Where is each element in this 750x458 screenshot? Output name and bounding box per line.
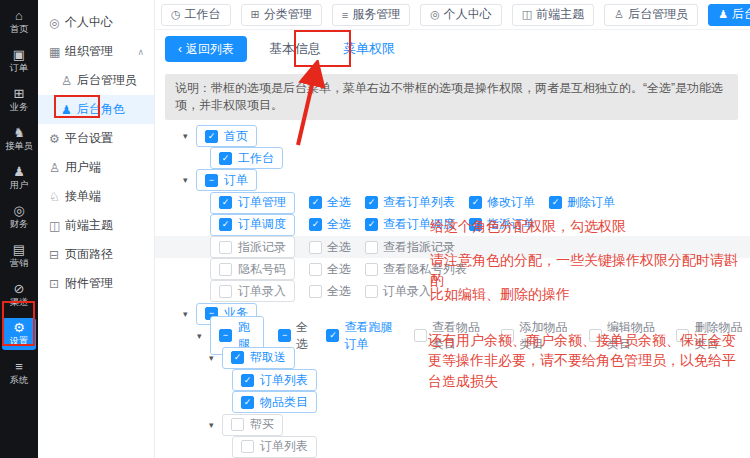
permission-option-查看跑腿订单[interactable]: ✓查看跑腿订单: [326, 319, 400, 353]
tree-node-帮买[interactable]: 帮买: [222, 414, 283, 436]
tree-row: ▾−订单: [155, 169, 750, 191]
rail-item-label: 设置: [10, 335, 28, 346]
rail-item-业务[interactable]: ⊞业务: [2, 84, 36, 116]
rail-item-label: 接单员: [5, 140, 33, 151]
permission-option-查看订单调度[interactable]: ✓查看订单调度: [365, 216, 455, 233]
back-to-list-button[interactable]: ‹ 返回列表: [165, 36, 247, 62]
tree-node-订单录入[interactable]: 订单录入: [210, 280, 295, 302]
permission-option-全选[interactable]: ✓全选: [309, 216, 351, 233]
chevron-up-icon[interactable]: ∧: [137, 47, 144, 57]
sidebar-item-后台管理员[interactable]: ♙后台管理员: [38, 66, 154, 95]
open-tabs-bar: ◷工作台⊞分类管理≡服务管理◎个人中心◫前端主题♙后台管理员♟后台角色×: [155, 0, 750, 30]
tree-node-订单管理[interactable]: ✓订单管理: [210, 192, 295, 214]
tab-前端主题[interactable]: ◫前端主题: [512, 4, 594, 26]
permission-option-删除物品类目[interactable]: 删除物品类目: [676, 319, 750, 353]
checkbox-ind-icon: −: [205, 174, 218, 187]
caret-down-icon[interactable]: ▾: [183, 309, 196, 319]
rail-item-接单员[interactable]: ♞接单员: [2, 123, 36, 155]
checkbox-un-icon: [501, 329, 514, 342]
tree-node-订单[interactable]: −订单: [196, 169, 257, 191]
permission-option-全选[interactable]: 全选: [309, 261, 351, 278]
sidebar-item-平台设置[interactable]: ⚙平台设置: [38, 124, 154, 153]
org-icon: ▦: [49, 45, 65, 59]
caret-down-icon[interactable]: ▾: [197, 331, 210, 341]
checkbox-checked-icon: ✓: [205, 130, 218, 143]
sidebar-item-页面路径[interactable]: ⊟页面路径: [38, 240, 154, 269]
sidebar-item-附件管理[interactable]: ⊡附件管理: [38, 269, 154, 298]
rail-item-用户[interactable]: ♟用户: [2, 162, 36, 194]
permission-option-查看订单列表[interactable]: ✓查看订单列表: [365, 194, 455, 211]
checkbox-un-icon: [231, 418, 244, 431]
system-icon: ≡: [15, 360, 23, 374]
settings-gear-icon: ⚙: [13, 321, 25, 335]
tab-服务管理[interactable]: ≡服务管理: [332, 4, 410, 26]
rail-item-系统[interactable]: ≡系统: [2, 357, 36, 389]
permission-option-查看物品类目[interactable]: 查看物品类目: [414, 319, 488, 353]
tree-node-label: 订单录入: [238, 283, 286, 300]
channel-icon: ⊘: [14, 282, 25, 296]
checkbox-checked-icon: ✓: [309, 196, 322, 209]
sidebar-item-后台角色[interactable]: ♟后台角色: [38, 95, 154, 124]
tab-后台管理员[interactable]: ♙后台管理员: [604, 4, 698, 26]
checkbox-un-icon: [219, 285, 232, 298]
tree-node-物品类目[interactable]: ✓物品类目: [232, 391, 317, 413]
tree-row: ✓物品类目: [155, 391, 750, 413]
rail-item-label: 订单: [10, 62, 28, 73]
rail-item-首页[interactable]: ⌂首页: [2, 6, 36, 38]
tree-node-帮取送[interactable]: ✓帮取送: [222, 347, 295, 369]
admin-icon: ♙: [614, 8, 624, 21]
permission-option-添加物品类目[interactable]: 添加物品类目: [501, 319, 575, 353]
tree-node-订单列表[interactable]: 订单列表: [232, 436, 317, 458]
tree-node-隐私号码[interactable]: 隐私号码: [210, 258, 295, 280]
permission-option-label: 查看订单列表: [383, 194, 455, 211]
subtab-基本信息[interactable]: 基本信息: [269, 41, 321, 56]
caret-down-icon[interactable]: ▾: [183, 175, 196, 185]
caret-down-icon[interactable]: ▾: [183, 131, 196, 141]
permission-option-label: 全选: [327, 239, 351, 256]
tree-node-首页[interactable]: ✓首页: [196, 125, 257, 147]
permission-option-查看隐私号列表[interactable]: 查看隐私号列表: [365, 261, 467, 278]
permission-option-全选[interactable]: 全选: [309, 239, 351, 256]
tree-node-工作台[interactable]: ✓工作台: [210, 147, 283, 169]
permission-option-全选[interactable]: 全选: [309, 283, 351, 300]
rail-item-设置[interactable]: ⚙设置: [2, 318, 36, 350]
permission-option-编辑物品类目[interactable]: 编辑物品类目: [589, 319, 663, 353]
permission-option-全选[interactable]: ✓全选: [309, 194, 351, 211]
subtab-菜单权限[interactable]: 菜单权限: [343, 41, 395, 56]
permission-option-删除订单[interactable]: ✓删除订单: [549, 194, 615, 211]
tab-分类管理[interactable]: ⊞分类管理: [241, 4, 322, 26]
permission-option-指派订单[interactable]: ✓指派订单: [469, 216, 535, 233]
sidebar-item-接单端[interactable]: ♘接单端: [38, 182, 154, 211]
sidebar-item-组织管理[interactable]: ▦组织管理∧: [38, 37, 154, 66]
admin-icon: ♙: [61, 74, 77, 88]
tree-node-指派记录[interactable]: 指派记录: [210, 236, 295, 258]
caret-down-icon[interactable]: ▾: [209, 420, 222, 430]
tree-node-订单列表[interactable]: ✓订单列表: [232, 369, 317, 391]
tree-node-订单调度[interactable]: ✓订单调度: [210, 214, 295, 236]
tab-后台角色[interactable]: ♟后台角色×: [708, 4, 750, 26]
permission-option-修改订单[interactable]: ✓修改订单: [469, 194, 535, 211]
tab-工作台[interactable]: ◷工作台: [161, 4, 231, 26]
checkbox-un-icon: [309, 263, 322, 276]
tab-个人中心[interactable]: ◎个人中心: [420, 4, 502, 26]
tree-node-label: 首页: [224, 128, 248, 145]
caret-down-icon[interactable]: ▾: [209, 353, 222, 363]
rail-item-订单[interactable]: ▣订单: [2, 45, 36, 77]
page-path-icon: ⊟: [49, 248, 65, 262]
rail-item-财务[interactable]: ◎财务: [2, 201, 36, 233]
rail-item-营销[interactable]: ▤营销: [2, 240, 36, 272]
permission-options: −全选✓查看跑腿订单查看物品类目添加物品类目编辑物品类目删除物品类目: [278, 319, 750, 353]
permission-option-label: 全选: [296, 319, 312, 353]
tree-node-label: 工作台: [238, 150, 274, 167]
sidebar-item-前端主题[interactable]: ◫前端主题: [38, 211, 154, 240]
permission-option-查看指派记录[interactable]: 查看指派记录: [365, 239, 455, 256]
workbench-icon: ◷: [171, 8, 181, 21]
permission-option-订单录入[interactable]: 订单录入: [365, 283, 431, 300]
rail-item-渠道[interactable]: ⊘渠道: [2, 279, 36, 311]
sidebar-item-用户端[interactable]: ♙用户端: [38, 153, 154, 182]
checkbox-un-icon: [365, 285, 378, 298]
checkbox-un-icon: [309, 241, 322, 254]
permission-options: 全选查看隐私号列表: [309, 261, 467, 278]
sidebar-item-个人中心[interactable]: ◎个人中心: [38, 8, 154, 37]
sidebar-item-label: 页面路径: [65, 246, 113, 263]
